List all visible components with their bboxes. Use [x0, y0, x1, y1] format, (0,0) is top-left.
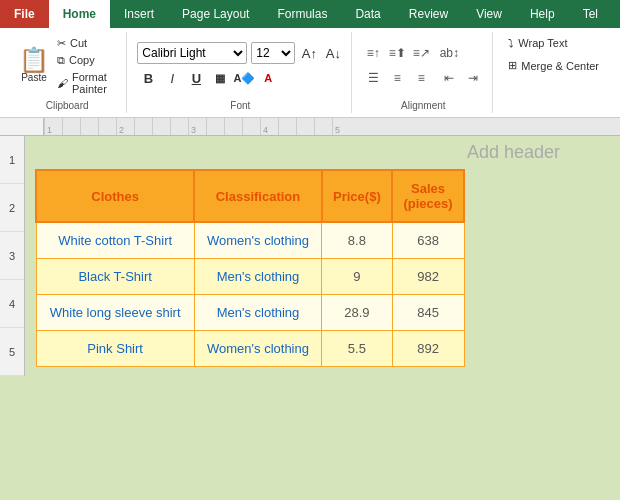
- alignment-group-label: Alignment: [354, 100, 492, 111]
- ruler-mark: 2: [116, 118, 134, 135]
- ruler-mark: [134, 118, 152, 135]
- col-header-classification: Classification: [194, 170, 321, 222]
- sheet-area: 1 2 3 4 5 Add header Clothes Classificat…: [0, 136, 620, 376]
- tab-insert[interactable]: Insert: [110, 0, 168, 28]
- copy-label: Copy: [69, 54, 95, 66]
- font-group-label: Font: [129, 100, 351, 111]
- clipboard-group: 📋 Paste ✂ Cut ⧉ Copy 🖌 Format Painter C: [8, 32, 127, 113]
- bold-button[interactable]: B: [137, 67, 159, 89]
- ruler-mark: [62, 118, 80, 135]
- align-top-left-button[interactable]: ≡↑: [362, 42, 384, 64]
- tab-home[interactable]: Home: [49, 0, 110, 28]
- align-row1: ≡↑ ≡⬆ ≡↗ ab↕: [362, 42, 484, 64]
- tab-page-layout[interactable]: Page Layout: [168, 0, 263, 28]
- cell-clothes-1[interactable]: White cotton T-Shirt: [36, 222, 194, 259]
- fill-color-button[interactable]: A🔷: [233, 67, 255, 89]
- ruler-marks: 1 2 3 4 5: [44, 118, 620, 135]
- cell-sales-2[interactable]: 982: [392, 259, 464, 295]
- tab-formulas[interactable]: Formulas: [263, 0, 341, 28]
- align-center-button[interactable]: ≡: [386, 67, 408, 89]
- italic-button[interactable]: I: [161, 67, 183, 89]
- ruler-area: 1 2 3 4 5: [0, 118, 620, 136]
- ruler-mark: [98, 118, 116, 135]
- cell-sales-3[interactable]: 845: [392, 295, 464, 331]
- align-right-button[interactable]: ≡: [410, 67, 432, 89]
- ruler-mark: [314, 118, 332, 135]
- font-row1: Calibri Light 12 A↑ A↓: [137, 42, 343, 64]
- align-top-center-button[interactable]: ≡⬆: [386, 42, 408, 64]
- cell-clothes-3[interactable]: White long sleeve shirt: [36, 295, 194, 331]
- font-controls: Calibri Light 12 A↑ A↓ B I U ▦ A🔷 A: [137, 42, 343, 89]
- ruler-mark: [296, 118, 314, 135]
- cell-price-4[interactable]: 5.5: [322, 331, 392, 367]
- ruler-mark: 4: [260, 118, 278, 135]
- paste-icon: 📋: [19, 48, 49, 72]
- cell-class-4[interactable]: Women's clothing: [194, 331, 321, 367]
- wrap-merge-group: ⤵ Wrap Text ⊞ Merge & Center Alignment: [495, 32, 612, 113]
- ruler-mark: [224, 118, 242, 135]
- indent-increase-button[interactable]: ⇥: [462, 67, 484, 89]
- wrap-group-content: ⤵ Wrap Text ⊞ Merge & Center: [503, 34, 604, 89]
- ruler-mark: [278, 118, 296, 135]
- ruler-mark: 1: [44, 118, 62, 135]
- clipboard-small-buttons: ✂ Cut ⧉ Copy 🖌 Format Painter: [54, 36, 118, 96]
- tab-data[interactable]: Data: [341, 0, 394, 28]
- table-row: White long sleeve shirt Men's clothing 2…: [36, 295, 464, 331]
- cell-clothes-2[interactable]: Black T-Shirt: [36, 259, 194, 295]
- format-painter-button[interactable]: 🖌 Format Painter: [54, 70, 118, 96]
- cell-price-1[interactable]: 8.8: [322, 222, 392, 259]
- row-num-1: 1: [0, 136, 24, 184]
- text-direction-button[interactable]: ab↕: [438, 42, 460, 64]
- cell-class-1[interactable]: Women's clothing: [194, 222, 321, 259]
- border-button[interactable]: ▦: [209, 67, 231, 89]
- merge-icon: ⊞: [508, 59, 517, 72]
- cell-class-2[interactable]: Men's clothing: [194, 259, 321, 295]
- font-increase-button[interactable]: A↑: [299, 43, 319, 63]
- font-family-select[interactable]: Calibri Light: [137, 42, 247, 64]
- font-color-button[interactable]: A: [257, 67, 279, 89]
- cell-price-3[interactable]: 28.9: [322, 295, 392, 331]
- font-decrease-button[interactable]: A↓: [323, 43, 343, 63]
- cell-sales-1[interactable]: 638: [392, 222, 464, 259]
- table-row: Pink Shirt Women's clothing 5.5 892: [36, 331, 464, 367]
- table-content-area: Add header Clothes Classification Price(…: [25, 136, 620, 376]
- cell-price-2[interactable]: 9: [322, 259, 392, 295]
- data-table: Clothes Classification Price($) Sales(pi…: [35, 169, 465, 367]
- copy-icon: ⧉: [57, 54, 65, 67]
- font-size-select[interactable]: 12: [251, 42, 295, 64]
- align-top-right-button[interactable]: ≡↗: [410, 42, 432, 64]
- cell-clothes-4[interactable]: Pink Shirt: [36, 331, 194, 367]
- row-num-2: 2: [0, 184, 24, 232]
- ruler-mark: [206, 118, 224, 135]
- indent-decrease-button[interactable]: ⇤: [438, 67, 460, 89]
- merge-center-button[interactable]: ⊞ Merge & Center: [503, 56, 604, 75]
- tab-file[interactable]: File: [0, 0, 49, 28]
- cut-button[interactable]: ✂ Cut: [54, 36, 118, 51]
- paste-label: Paste: [21, 72, 47, 83]
- tab-tel[interactable]: Tel: [569, 0, 612, 28]
- wrap-text-button[interactable]: ⤵ Wrap Text: [503, 34, 604, 52]
- row-num-5: 5: [0, 328, 24, 376]
- cell-class-3[interactable]: Men's clothing: [194, 295, 321, 331]
- tab-review[interactable]: Review: [395, 0, 462, 28]
- tab-help[interactable]: Help: [516, 0, 569, 28]
- wrap-text-icon: ⤵: [508, 37, 514, 49]
- paste-button[interactable]: 📋 Paste: [16, 45, 52, 86]
- cell-sales-4[interactable]: 892: [392, 331, 464, 367]
- ruler-mark: 3: [188, 118, 206, 135]
- underline-button[interactable]: U: [185, 67, 207, 89]
- row-numbers: 1 2 3 4 5: [0, 136, 25, 376]
- align-row2: ☰ ≡ ≡ ⇤ ⇥: [362, 67, 484, 89]
- align-left-button[interactable]: ☰: [362, 67, 384, 89]
- copy-button[interactable]: ⧉ Copy: [54, 53, 118, 68]
- ruler-mark: [152, 118, 170, 135]
- scissors-icon: ✂: [57, 37, 66, 50]
- corner-cell: [0, 118, 44, 136]
- wrap-text-label: Wrap Text: [518, 37, 567, 49]
- tab-view[interactable]: View: [462, 0, 516, 28]
- format-painter-label: Format Painter: [72, 71, 115, 95]
- ribbon-tabs: File Home Insert Page Layout Formulas Da…: [0, 0, 620, 28]
- ruler-mark: [170, 118, 188, 135]
- font-row2: B I U ▦ A🔷 A: [137, 67, 343, 89]
- cut-label: Cut: [70, 37, 87, 49]
